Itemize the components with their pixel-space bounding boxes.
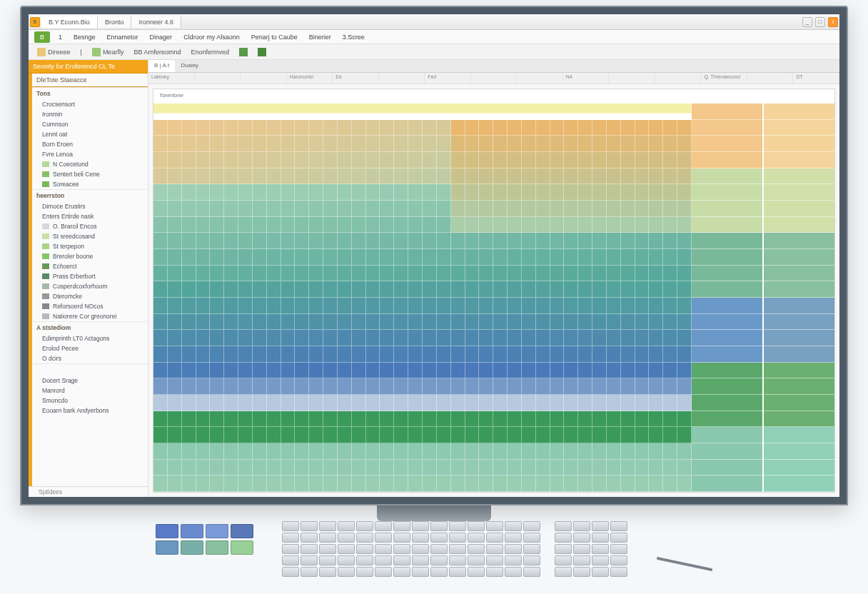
menu-item[interactable]: Cldroor my Alsaonn: [178, 31, 246, 43]
heatmap-cell: [550, 395, 565, 411]
column-header[interactable]: N4: [563, 73, 610, 84]
heatmap-cell: [224, 152, 238, 168]
sidebar-item[interactable]: Manrord: [32, 386, 148, 396]
sidebar-item[interactable]: St sreedcosand: [32, 231, 148, 241]
sidebar-item[interactable]: Ironmin: [32, 109, 148, 119]
menu-item[interactable]: Penarj to Caube: [246, 31, 303, 43]
sidebar-footer[interactable]: Sptldees: [29, 486, 148, 497]
key: [468, 533, 485, 543]
doc-tab[interactable]: B | A.t: [148, 60, 175, 72]
tool-item[interactable]: Mearfly: [88, 46, 128, 58]
sidebar-item[interactable]: Smoncdo: [32, 396, 148, 406]
heatmap-cell: [238, 395, 253, 411]
heatmap-cell: [238, 475, 253, 492]
heatmap-cell: [465, 184, 480, 201]
heatmap-cell: [408, 330, 423, 346]
sidebar-item[interactable]: N Coecetond: [32, 159, 148, 169]
column-header[interactable]: Q. Threnaecond: [701, 73, 747, 84]
menu-app-icon[interactable]: B: [34, 31, 50, 43]
heatmap-cell: [168, 281, 182, 298]
sidebar-item[interactable]: Natiorere Cor greonorei: [32, 311, 148, 321]
heatmap-cell: [210, 346, 224, 363]
tool-item[interactable]: [235, 46, 252, 58]
column-header[interactable]: [379, 73, 425, 84]
heatmap-cell: [380, 249, 394, 266]
heatmap-cell: [352, 314, 366, 331]
heatmap-cell: [168, 330, 182, 346]
sidebar-item[interactable]: Dirnoce Erustirs: [32, 201, 148, 211]
sidebar-item[interactable]: Soreacee: [32, 179, 148, 189]
side-cell: [692, 443, 762, 460]
column-header[interactable]: DT: [793, 73, 839, 84]
heatmap-cell: [309, 136, 323, 152]
column-header[interactable]: [747, 73, 794, 84]
maximize-button[interactable]: □: [815, 17, 825, 27]
column-header[interactable]: Harononisi: [287, 73, 333, 84]
tool-item[interactable]: [253, 46, 271, 58]
heatmap-cell: [394, 136, 408, 152]
sidebar-item[interactable]: Reforsoerd NOcos: [32, 301, 148, 311]
menu-item[interactable]: 1: [53, 31, 68, 43]
heatmap-cell: [621, 281, 635, 298]
heatmap-cell: [451, 475, 465, 492]
sidebar-item[interactable]: Cosperdcoxforhoom: [32, 281, 148, 291]
heatmap-cell: [210, 363, 224, 379]
menu-item[interactable]: Besnge: [68, 31, 101, 43]
close-button[interactable]: I: [828, 17, 838, 27]
heatmap-cell: [408, 475, 423, 492]
menu-item[interactable]: Dinager: [144, 31, 178, 43]
menu-item[interactable]: 3.Scree: [337, 31, 370, 43]
sidebar-item[interactable]: Sentert beli Cene: [32, 169, 148, 179]
minimize-button[interactable]: _: [802, 17, 812, 27]
column-header[interactable]: [609, 73, 655, 84]
column-header[interactable]: [655, 73, 702, 84]
column-header[interactable]: Lateney: [148, 73, 195, 84]
sidebar-item[interactable]: Prass Erberbort: [32, 271, 148, 281]
sidebar-item[interactable]: Edimprinth LT0 Actagons: [32, 333, 148, 343]
heatmap-cell: [210, 460, 224, 476]
heatmap-cell: [224, 217, 238, 233]
sidebar-item[interactable]: Enters Ertirde nask: [32, 211, 148, 221]
key: [393, 521, 410, 531]
sidebar-item[interactable]: Breroler boone: [32, 251, 148, 261]
key: [430, 567, 448, 577]
column-header[interactable]: Fed: [425, 73, 471, 84]
column-header[interactable]: Ed: [333, 73, 379, 84]
sidebar-item[interactable]: Eooarn bark Andyerbons: [32, 406, 148, 416]
sidebar-item[interactable]: Born Eroen: [32, 139, 148, 149]
column-header[interactable]: [241, 73, 287, 84]
sidebar-item[interactable]: Docert Srage: [32, 376, 148, 386]
sidebar-item[interactable]: O. Brarcil Encos: [32, 221, 148, 231]
tool-item[interactable]: Enonfermved: [186, 47, 233, 57]
tool-item[interactable]: BB Arnfereomnd: [129, 47, 185, 57]
sidebar-item[interactable]: O dcirs: [32, 353, 148, 363]
column-header[interactable]: [517, 73, 563, 84]
sidebar-item[interactable]: St terpepon: [32, 241, 148, 251]
document-area[interactable]: Torertone: [153, 89, 835, 493]
sidebar-item[interactable]: Erolod Pecee: [32, 343, 148, 353]
sidebar-item[interactable]: Cumnson: [32, 119, 148, 129]
menu-item[interactable]: Ennametor: [101, 31, 144, 43]
window-tab-1[interactable]: Bronto: [98, 16, 132, 28]
column-header[interactable]: [471, 73, 518, 84]
heatmap-cell: [281, 427, 296, 443]
tool-browse[interactable]: Direeee: [33, 46, 75, 58]
heatmap-cell: [352, 460, 366, 476]
sidebar-item[interactable]: Dteromcke: [32, 291, 148, 301]
sidebar-item[interactable]: Crocsensort: [32, 99, 148, 109]
heatmap-cell: [281, 266, 296, 282]
window-tab-2[interactable]: Ironneer 4.6: [131, 16, 181, 28]
doc-tab[interactable]: Dualey: [175, 60, 204, 72]
sidebar-item[interactable]: Echoerct: [32, 261, 148, 271]
heatmap-cell: [323, 120, 338, 136]
window-tab-0[interactable]: B.Y Econn.Bio: [41, 16, 98, 28]
heatmap-cell: [253, 378, 267, 395]
key: [356, 544, 373, 554]
sidebar-item[interactable]: Lennt oat: [32, 129, 148, 139]
menu-item[interactable]: Binerier: [303, 31, 337, 43]
column-header[interactable]: [195, 73, 241, 84]
sidebar-item[interactable]: Fvre Lenoa: [32, 149, 148, 159]
heatmap-cell: [238, 411, 253, 428]
heatmap-cell: [309, 184, 323, 201]
key: [338, 544, 355, 554]
